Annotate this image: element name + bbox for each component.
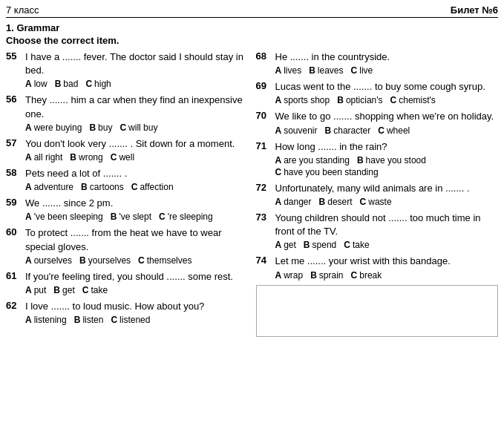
question-body: I have a ....... fever. The doctor said … [25, 50, 249, 89]
option-text: 've slept [119, 212, 151, 222]
option-c: Cwheel [378, 125, 410, 136]
question-71: 71How long ....... in the rain?Aare you … [256, 140, 499, 177]
question-number: 68 [256, 50, 272, 76]
option-text: themselves [147, 255, 192, 266]
option-a: Alistening [25, 315, 67, 325]
option-b: Bbad [55, 79, 79, 89]
question-options: Asports shopBoptician'sCchemist's [275, 95, 499, 105]
question-text: They ....... him a car when they find an… [25, 94, 249, 120]
option-text: sports shop [284, 95, 330, 105]
question-62: 62I love ....... to loud music. How abou… [6, 300, 249, 325]
option-b: Boptician's [337, 95, 382, 105]
option-c: Ctake [82, 285, 108, 295]
left-column: 55I have a ....... fever. The doctor sai… [6, 50, 249, 337]
question-number: 58 [6, 167, 22, 192]
option-text: 've been sleeping [34, 212, 103, 222]
question-options: AlisteningBlistenClistened [25, 315, 249, 325]
option-c: Cwill buy [120, 122, 157, 133]
question-number: 55 [6, 50, 22, 89]
class-label: 7 класс [6, 4, 39, 16]
option-text: desert [327, 197, 352, 207]
question-options: AourselvesByourselvesCthemselves [25, 255, 249, 266]
option-b: Bdesert [319, 197, 353, 207]
question-body: How long ....... in the rain?Aare you st… [275, 140, 499, 177]
question-59: 59We ....... since 2 pm.A've been sleepi… [6, 197, 249, 222]
question-60: 60To protect ....... from the heat we ha… [6, 226, 249, 265]
question-text: Pets need a lot of ....... . [25, 167, 249, 180]
option-b: Bspend [304, 240, 336, 250]
question-69: 69Lucas went to the ....... to buy some … [256, 80, 499, 105]
option-text: spend [312, 240, 337, 250]
option-text: will buy [128, 122, 157, 133]
option-a: Aourselves [25, 255, 72, 266]
question-number: 60 [6, 226, 22, 265]
option-letter: C [159, 212, 166, 222]
question-options: Aare you standingBhave you stoodChave yo… [275, 155, 499, 177]
question-body: You don't look very ....... . Sit down f… [25, 137, 249, 163]
option-c: Cwaste [360, 197, 392, 207]
option-letter: A [275, 155, 282, 166]
option-letter: B [357, 155, 364, 166]
question-body: To protect ....... from the heat we have… [25, 226, 249, 265]
question-options: AadventureBcartoonsCaffection [25, 182, 249, 192]
option-letter: C [351, 65, 358, 76]
question-number: 74 [256, 255, 272, 280]
option-c: C're sleeping [159, 212, 213, 222]
content-area: 55I have a ....... fever. The doctor sai… [6, 50, 498, 337]
option-a: Aput [25, 285, 46, 295]
option-text: well [119, 152, 134, 163]
question-55: 55I have a ....... fever. The doctor sai… [6, 50, 249, 89]
option-c: Cchemist's [390, 95, 436, 105]
question-73: 73Young children should not ....... too … [256, 212, 499, 250]
option-a: Alow [25, 79, 48, 89]
option-letter: A [25, 182, 32, 192]
option-letter: B [310, 270, 317, 281]
question-options: AwrapBsprainCbreak [275, 270, 499, 281]
option-text: chemist's [399, 95, 436, 105]
option-text: bad [63, 79, 78, 89]
option-text: character [333, 125, 370, 136]
option-letter: A [275, 125, 282, 136]
option-text: affection [140, 182, 173, 192]
option-text: have you stood [366, 155, 426, 166]
option-letter: A [25, 255, 32, 266]
option-c: Caffection [131, 182, 174, 192]
option-b: B've slept [111, 212, 151, 222]
option-text: live [359, 65, 373, 76]
question-options: AdangerBdesertCwaste [275, 197, 499, 207]
option-b: Bwrong [70, 152, 102, 163]
option-text: listened [120, 315, 150, 325]
option-text: souvenir [284, 125, 317, 136]
option-c: Cbreak [351, 270, 382, 281]
question-body: We ....... since 2 pm.A've been sleeping… [25, 197, 249, 222]
option-letter: A [25, 315, 32, 325]
option-letter: B [309, 65, 315, 76]
option-letter: A [25, 152, 32, 163]
right-column: 68He ....... in the countryside.AlivesBl… [256, 50, 499, 337]
option-letter: C [111, 152, 117, 163]
question-options: AlowBbadChigh [25, 79, 249, 89]
option-text: wrong [79, 152, 103, 163]
option-a: Adanger [275, 197, 312, 207]
option-text: get [284, 240, 296, 250]
option-text: listening [34, 315, 67, 325]
question-body: Unfortunately, many wild animals are in … [275, 182, 499, 207]
answer-box[interactable] [256, 285, 499, 337]
option-text: sprain [319, 270, 344, 281]
option-text: have you been standing [284, 167, 378, 177]
question-text: Young children should not ....... too mu… [275, 212, 499, 238]
option-a: Awrap [275, 270, 304, 281]
option-letter: A [25, 79, 32, 89]
question-58: 58Pets need a lot of ....... .Aadventure… [6, 167, 249, 192]
option-letter: A [275, 270, 282, 281]
option-letter: C [390, 95, 397, 105]
question-56: 56They ....... him a car when they find … [6, 94, 249, 132]
option-letter: A [25, 212, 32, 222]
option-letter: A [25, 122, 32, 133]
question-57: 57You don't look very ....... . Sit down… [6, 137, 249, 163]
option-letter: B [74, 315, 81, 325]
option-a: Asports shop [275, 95, 330, 105]
question-body: I love ....... to loud music. How about … [25, 300, 249, 325]
option-text: break [359, 270, 382, 281]
option-c: Clistened [111, 315, 150, 325]
